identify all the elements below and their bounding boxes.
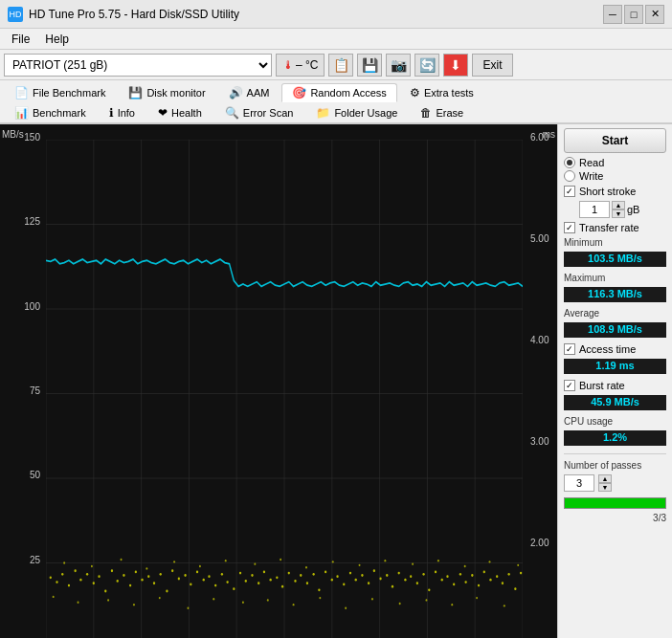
svg-point-36 — [153, 582, 155, 584]
tab-bar: 📄 File Benchmark 💾 Disk monitor 🔊 AAM 🎯 … — [0, 80, 672, 124]
svg-point-63 — [318, 588, 320, 591]
tab-benchmark-label: Benchmark — [33, 107, 86, 119]
svg-point-96 — [520, 572, 522, 575]
temperature-display: 🌡 – °C — [276, 54, 325, 77]
svg-point-30 — [117, 580, 119, 583]
chart-area: 150 125 100 75 50 25 0 MB/s 6.00 5.00 4.… — [0, 124, 557, 638]
read-label: Read — [579, 157, 604, 168]
svg-point-73 — [379, 578, 381, 581]
tab-error-scan[interactable]: 🔍 Error Scan — [214, 103, 304, 122]
svg-point-60 — [300, 574, 302, 577]
burst-rate-value: 45.9 MB/s — [564, 395, 666, 410]
svg-point-84 — [446, 575, 448, 578]
svg-point-120 — [359, 564, 361, 566]
transfer-rate-check — [564, 222, 575, 233]
svg-point-37 — [160, 573, 162, 576]
svg-point-128 — [464, 565, 466, 567]
svg-point-91 — [489, 579, 491, 582]
maximize-button[interactable]: □ — [624, 5, 643, 24]
tab-disk-monitor[interactable]: 💾 Disk monitor — [118, 83, 215, 102]
section-divider — [564, 453, 666, 454]
svg-point-101 — [107, 599, 109, 601]
y-label-25: 25 — [30, 555, 40, 565]
drive-select[interactable]: PATRIOT (251 gB) — [4, 54, 272, 77]
burst-rate-checkbox[interactable]: Burst rate — [564, 380, 666, 391]
tab-row-2: 📊 Benchmark ℹ Info ❤ Health 🔍 Error Scan… — [4, 102, 668, 122]
passes-input[interactable] — [564, 474, 594, 492]
svg-point-102 — [121, 559, 123, 561]
exit-button[interactable]: Exit — [472, 54, 512, 77]
menu-file[interactable]: File — [4, 31, 37, 48]
y-right-400: 4.00 — [530, 335, 549, 345]
close-button[interactable]: ✕ — [645, 5, 664, 24]
short-stroke-checkbox[interactable]: Short stroke — [564, 186, 666, 197]
short-stroke-input[interactable] — [579, 201, 610, 218]
svg-point-41 — [184, 574, 186, 577]
svg-point-111 — [242, 602, 244, 604]
short-stroke-spin-btns: ▲ ▼ — [612, 201, 625, 218]
svg-point-92 — [496, 575, 498, 578]
transfer-rate-checkbox[interactable]: Transfer rate — [564, 222, 666, 233]
read-radio[interactable]: Read — [564, 157, 666, 168]
svg-point-46 — [214, 584, 216, 587]
tab-info[interactable]: ℹ Info — [99, 103, 146, 122]
svg-point-105 — [159, 597, 161, 599]
start-button[interactable]: Start — [564, 128, 666, 153]
window-controls[interactable]: ─ □ ✕ — [603, 5, 664, 24]
svg-point-78 — [410, 575, 412, 578]
toolbar: PATRIOT (251 gB) 🌡 – °C 📋 💾 📷 🔄 ⬇ Exit — [0, 50, 672, 80]
passes-up[interactable]: ▲ — [598, 474, 612, 483]
tab-benchmark[interactable]: 📊 Benchmark — [4, 103, 97, 122]
short-stroke-check — [564, 186, 575, 197]
tab-file-benchmark[interactable]: 📄 File Benchmark — [4, 83, 116, 102]
progress-bar-fill — [565, 498, 665, 508]
burst-rate-check — [564, 380, 575, 391]
aam-icon: 🔊 — [229, 86, 243, 99]
svg-point-50 — [239, 572, 241, 575]
svg-point-108 — [199, 565, 201, 567]
app-icon: HD — [8, 7, 23, 22]
tab-info-label: Info — [118, 107, 135, 119]
toolbar-btn-1[interactable]: 📋 — [328, 54, 353, 77]
svg-point-48 — [226, 581, 228, 583]
svg-point-106 — [173, 561, 175, 562]
svg-point-58 — [288, 572, 290, 575]
tab-folder-usage[interactable]: 📁 Folder Usage — [305, 103, 408, 122]
minimize-button[interactable]: ─ — [603, 5, 622, 24]
tab-extra-tests[interactable]: ⚙ Extra tests — [399, 83, 484, 102]
toolbar-btn-5[interactable]: ⬇ — [443, 54, 468, 77]
access-time-value: 1.19 ms — [564, 359, 666, 374]
tab-aam[interactable]: 🔊 AAM — [218, 83, 280, 102]
svg-point-75 — [392, 585, 393, 588]
svg-point-100 — [91, 565, 93, 567]
write-radio[interactable]: Write — [564, 170, 666, 182]
health-icon: ❤ — [158, 106, 168, 120]
svg-point-21 — [61, 573, 63, 576]
tab-erase[interactable]: 🗑 Erase — [410, 103, 474, 122]
chart-svg — [46, 140, 523, 638]
svg-point-85 — [453, 583, 455, 586]
svg-point-99 — [78, 602, 79, 604]
toolbar-btn-3[interactable]: 📷 — [386, 54, 411, 77]
svg-point-67 — [343, 583, 345, 586]
write-label: Write — [579, 170, 603, 182]
svg-point-65 — [331, 579, 333, 582]
svg-point-38 — [166, 590, 168, 593]
title-left: HD HD Tune Pro 5.75 - Hard Disk/SSD Util… — [8, 7, 239, 22]
access-time-checkbox[interactable]: Access time — [564, 343, 666, 355]
short-stroke-down[interactable]: ▼ — [612, 209, 625, 218]
passes-down[interactable]: ▼ — [598, 483, 612, 492]
read-radio-circle — [564, 157, 575, 168]
progress-bar-container — [564, 497, 666, 509]
svg-point-26 — [93, 582, 95, 584]
tab-health[interactable]: ❤ Health — [147, 103, 213, 122]
toolbar-btn-2[interactable]: 💾 — [357, 54, 382, 77]
short-stroke-up[interactable]: ▲ — [612, 201, 625, 209]
svg-point-54 — [263, 571, 265, 574]
svg-point-56 — [276, 576, 278, 579]
toolbar-btn-4[interactable]: 🔄 — [414, 54, 439, 77]
tab-random-access[interactable]: 🎯 Random Access — [281, 83, 396, 102]
svg-point-49 — [233, 587, 235, 590]
svg-point-68 — [349, 572, 351, 575]
menu-help[interactable]: Help — [37, 31, 77, 48]
